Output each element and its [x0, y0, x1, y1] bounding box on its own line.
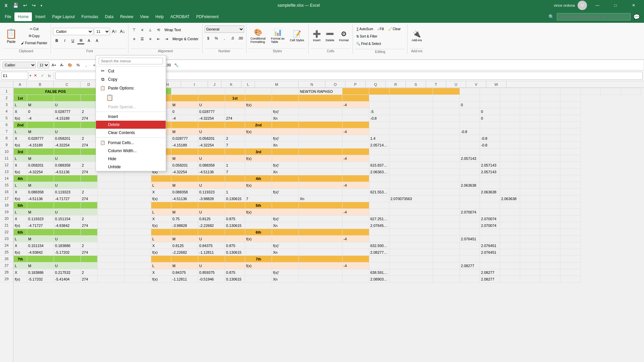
grid-cell[interactable] [98, 269, 124, 276]
conditional-formatting-button[interactable]: 🎨 ConditionalFormatting [249, 27, 268, 45]
grid-cell[interactable] [480, 236, 500, 242]
grid-cell[interactable]: Xn [272, 249, 299, 256]
col-header-O[interactable]: O [325, 81, 345, 87]
grid-cell[interactable] [389, 108, 433, 115]
grid-cell[interactable] [27, 122, 54, 128]
grid-cell[interactable]: X [14, 269, 27, 276]
grid-cell[interactable]: 1st [225, 95, 245, 102]
grid-cell[interactable] [369, 128, 389, 135]
grid-cell[interactable]: -0.8 [369, 115, 389, 122]
grid-cell[interactable] [500, 276, 520, 283]
grid-cell[interactable] [81, 148, 98, 155]
grid-cell[interactable] [299, 269, 342, 276]
col-header-I[interactable]: I [181, 81, 208, 87]
grid-cell[interactable]: X [14, 216, 27, 222]
grid-cell[interactable] [245, 249, 272, 256]
grid-cell[interactable]: 0.8125 [198, 216, 225, 222]
row-header-26[interactable]: 26 [0, 255, 13, 262]
grid-cell[interactable] [581, 88, 601, 95]
grid-cell[interactable] [245, 222, 272, 229]
grid-cell[interactable] [560, 262, 581, 269]
grid-cell[interactable] [245, 142, 272, 148]
row-header-13[interactable]: 13 [0, 168, 13, 175]
grid-cell[interactable] [389, 122, 433, 128]
grid-cell[interactable] [389, 162, 433, 169]
grid-cell[interactable] [433, 148, 460, 155]
grid-cell[interactable]: 621.5539184 [369, 189, 389, 195]
grid-cell[interactable] [369, 209, 389, 216]
grid-cell[interactable] [500, 256, 520, 262]
grid-cell[interactable]: 3rd [245, 148, 272, 155]
grid-cell[interactable]: M [171, 262, 198, 269]
grid-cell[interactable] [171, 148, 198, 155]
grid-cell[interactable]: 2.070074 [480, 222, 500, 229]
grid-cell[interactable] [433, 269, 460, 276]
row-header-22[interactable]: 22 [0, 229, 13, 235]
row-header-19[interactable]: 19 [0, 208, 13, 215]
grid-cell[interactable] [433, 102, 460, 108]
grid-cell[interactable] [389, 262, 433, 269]
bold-button[interactable]: B [53, 37, 60, 44]
grid-cell[interactable] [171, 88, 198, 95]
grid-cell[interactable]: 274 [81, 142, 98, 148]
grid-cell[interactable]: f(x) [245, 102, 272, 108]
grid-cell[interactable] [124, 216, 151, 222]
grid-cell[interactable]: M [27, 236, 54, 242]
grid-cell[interactable]: 7 [225, 142, 245, 148]
grid-cell[interactable]: 2.057142857 [369, 142, 389, 148]
grid-cell[interactable]: L [151, 262, 171, 269]
grid-cell[interactable]: 2.08277 [480, 269, 500, 276]
grid-cell[interactable]: 0.183886 [54, 242, 81, 249]
wrap-text-button[interactable]: Wrap Text [163, 26, 182, 34]
mini-comma-button[interactable]: , [83, 62, 90, 68]
grid-cell[interactable] [433, 236, 460, 242]
grid-cell[interactable] [540, 269, 560, 276]
grid-cell[interactable] [540, 115, 560, 122]
grid-cell[interactable] [433, 202, 460, 209]
grid-cell[interactable]: 2 [81, 162, 98, 169]
grid-cell[interactable] [342, 202, 369, 209]
grid-cell[interactable] [540, 142, 560, 148]
grid-cell[interactable] [560, 162, 581, 169]
row-header-16[interactable]: 16 [0, 188, 13, 195]
grid-cell[interactable] [540, 236, 560, 242]
grid-cell[interactable]: 0 [480, 108, 500, 115]
grid-cell[interactable]: 274 [81, 195, 98, 202]
grid-cell[interactable]: Xn [272, 142, 299, 148]
grid-cell[interactable]: Xn [272, 115, 299, 122]
grid-cell[interactable] [460, 256, 480, 262]
grid-cell[interactable] [342, 108, 369, 115]
grid-cell[interactable]: 2.070074 [460, 209, 480, 216]
text-direction-button[interactable]: ⟲ [155, 26, 162, 34]
grid-cell[interactable] [500, 209, 520, 216]
grid-cell[interactable] [540, 135, 560, 142]
grid-cell[interactable] [171, 95, 198, 102]
grid-cell[interactable] [560, 189, 581, 195]
grid-cell[interactable] [433, 175, 460, 182]
grid-cell[interactable]: M [171, 128, 198, 135]
grid-cell[interactable]: 2.076451 [460, 236, 480, 242]
grid-cell[interactable]: 2.057143 [480, 162, 500, 169]
grid-cell[interactable]: -0.8 [480, 135, 500, 142]
grid-cell[interactable]: U [198, 182, 225, 189]
grid-cell[interactable]: 0.088358 [54, 162, 81, 169]
row-header-10[interactable]: 10 [0, 148, 13, 155]
grid-cell[interactable] [369, 256, 389, 262]
grid-cell[interactable] [54, 202, 81, 209]
grid-cell[interactable] [81, 182, 98, 189]
grid-cell[interactable] [520, 249, 540, 256]
grid-cell[interactable] [272, 95, 299, 102]
grid-cell[interactable] [272, 229, 299, 236]
grid-cell[interactable]: L [14, 182, 27, 189]
grid-cell[interactable]: -4.93842 [27, 249, 54, 256]
row-header-27[interactable]: 27 [0, 262, 13, 269]
formula-expand-button[interactable]: ▾ [30, 74, 31, 77]
grid-cell[interactable] [480, 209, 500, 216]
grid-cell[interactable] [225, 108, 245, 115]
grid-cell[interactable]: -3.98828 [171, 222, 198, 229]
grid-cell[interactable]: 274 [225, 115, 245, 122]
grid-cell[interactable]: -4.71727 [27, 222, 54, 229]
grid-cell[interactable] [433, 162, 460, 169]
grid-cell[interactable] [500, 122, 520, 128]
grid-cell[interactable]: f(x) [151, 276, 171, 283]
